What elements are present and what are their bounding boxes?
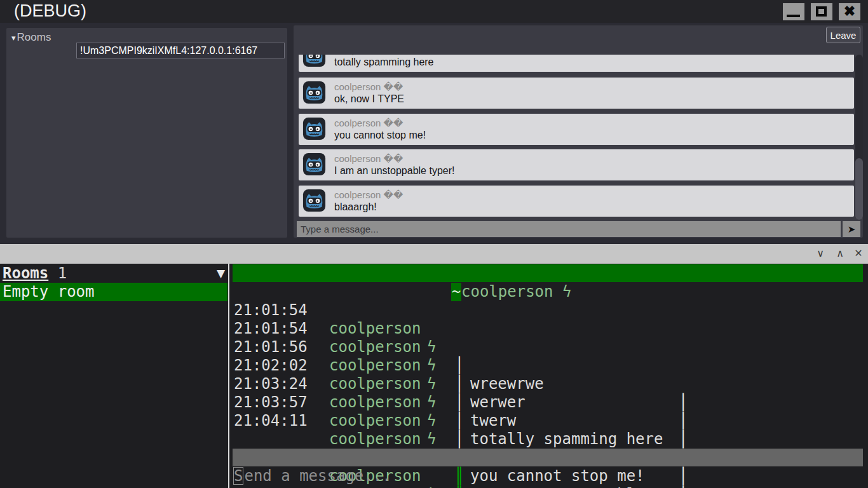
minimize-button[interactable] xyxy=(783,3,804,20)
chat-message-input[interactable] xyxy=(297,221,841,237)
terminal-message-row: 21:03:57 coolperson ϟ │ you cannot stop … xyxy=(233,375,863,393)
tree-collapse-icon[interactable]: ▾ xyxy=(11,33,16,43)
message-author: coolperson �� xyxy=(334,81,403,93)
message-pane-titlebar xyxy=(233,264,863,282)
send-button[interactable]: ➤ xyxy=(843,221,860,237)
terminal-message-input[interactable]: Send a message... xyxy=(234,467,391,485)
terminal-room-item-selected[interactable]: Empty room xyxy=(0,283,227,301)
terminal-input-placeholder: end a message... xyxy=(244,467,391,485)
message-author: coolperson �� xyxy=(334,189,403,201)
terminal-message-row: 21:02:02 coolperson ϟ │ totally spamming… xyxy=(233,338,863,356)
message-body: you cannot stop me! xyxy=(470,467,645,485)
godot-avatar-icon xyxy=(302,55,326,67)
chat-panel: Leave coolperson �� totally spamming her… xyxy=(294,25,863,238)
terminal-status-bar xyxy=(233,449,863,466)
terminal-rooms-count: 1 xyxy=(48,264,67,282)
leave-button[interactable]: Leave xyxy=(826,27,860,43)
text-cursor: S xyxy=(233,467,243,485)
column-separator: ║ xyxy=(451,485,468,488)
message-body: I am an unstoppable xyxy=(470,485,645,488)
maximize-icon xyxy=(816,6,827,17)
close-button[interactable]: ✖ xyxy=(839,3,860,20)
terminal-message-row: 21:01:54 coolperson ϟ │ werwer │ xyxy=(233,301,863,320)
column-separator: ║ xyxy=(451,467,468,485)
member-pane-separator: │ xyxy=(679,485,688,488)
message-text: blaaargh! xyxy=(334,201,377,213)
message-text: you cannot stop me! xyxy=(334,130,426,141)
godot-avatar-icon xyxy=(302,117,326,140)
panel-divider-bar: ∨ ∧ ✕ xyxy=(0,244,868,264)
maximize-button[interactable] xyxy=(811,3,832,20)
terminal-message-row: 21:04:11 coolperson ϟ ║ I am an unstoppa… xyxy=(233,393,863,412)
message-author: coolperson �� xyxy=(334,55,403,56)
chat-message-card: coolperson �� blaaargh! xyxy=(299,186,854,217)
godot-avatar-icon xyxy=(302,81,326,104)
terminal-rooms-label: Rooms xyxy=(3,264,48,282)
panel-close-icon[interactable]: ✕ xyxy=(851,247,865,261)
chat-scrollbar[interactable] xyxy=(855,55,863,220)
chat-message-card: coolperson �� totally spamming here xyxy=(299,55,854,72)
debug-window: (DEBUG) ✖ ▾Rooms !Um3PCMPI9kziIXMfL4:127… xyxy=(0,0,868,244)
room-id-item[interactable]: !Um3PCMPI9kziIXMfL4:127.0.0.1:6167 xyxy=(76,43,285,58)
terminal-message-row: 21:01:56 coolperson ϟ │ twerw │ xyxy=(233,320,863,338)
godot-avatar-icon xyxy=(302,189,326,212)
rooms-panel: ▾Rooms !Um3PCMPI9kziIXMfL4:127.0.0.1:616… xyxy=(6,28,287,238)
message-author: coolperson �� xyxy=(334,153,403,165)
member-list-item[interactable]: coolperson ϟ xyxy=(461,283,571,301)
chat-message-card: coolperson �� you cannot stop me! xyxy=(299,114,854,145)
chat-message-card: coolperson �� ok, now I TYPE xyxy=(299,78,854,109)
minimize-icon xyxy=(787,15,800,17)
member-powerlevel-badge: ~ xyxy=(451,283,461,301)
send-icon: ➤ xyxy=(848,224,856,234)
window-title: (DEBUG) xyxy=(14,1,86,21)
terminal-message-row: ║ typer! │ xyxy=(233,412,863,430)
terminal-rooms-header[interactable]: Rooms 1 xyxy=(3,264,67,283)
lightning-badge-icon: ϟ xyxy=(427,485,436,488)
message-text: I am an unstoppable typer! xyxy=(334,165,454,177)
member-pane-separator: │ xyxy=(679,467,688,485)
window-titlebar: (DEBUG) ✖ xyxy=(0,0,868,23)
terminal-message-row: 21:07:38 coolperson ϟ ╨ blaaargh! │ xyxy=(233,430,863,449)
message-text: ok, now I TYPE xyxy=(334,93,404,105)
sidebar-separator xyxy=(228,264,229,488)
chevron-up-icon[interactable]: ∧ xyxy=(833,247,847,261)
chat-message-card: coolperson �� I am an unstoppable typer! xyxy=(299,149,854,180)
rooms-dropdown-icon[interactable]: ▼ xyxy=(217,267,225,280)
chat-scrollbar-thumb[interactable] xyxy=(855,158,863,220)
message-author: coolperson �� xyxy=(334,118,403,129)
message-text: totally spamming here xyxy=(334,57,434,68)
terminal-message-row: 21:03:24 coolperson ϟ │ ok, now I TYPE │ xyxy=(233,356,863,375)
close-icon: ✖ xyxy=(839,3,860,19)
message-list: coolperson �� totally spamming here cool… xyxy=(299,55,854,220)
terminal-chat-client: Rooms 1 ▼ Empty room 21:01:54 coolperson… xyxy=(0,264,868,488)
chevron-down-icon[interactable]: ∨ xyxy=(813,247,827,261)
godot-avatar-icon xyxy=(302,152,326,176)
rooms-tree-header[interactable]: ▾Rooms xyxy=(11,31,51,44)
rooms-tree-label: Rooms xyxy=(17,31,51,43)
